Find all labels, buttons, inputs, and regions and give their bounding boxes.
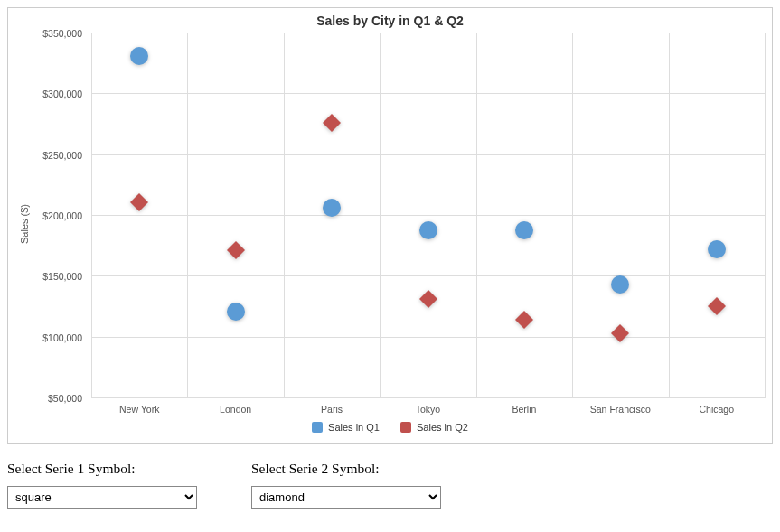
data-point-q2 bbox=[323, 114, 341, 135]
gridline-h bbox=[91, 275, 765, 276]
svg-point-3 bbox=[419, 221, 437, 239]
chart-title: Sales by City in Q1 & Q2 bbox=[8, 8, 772, 30]
data-point-q1 bbox=[323, 199, 341, 220]
svg-marker-7 bbox=[130, 193, 148, 211]
gridline-v bbox=[669, 33, 670, 398]
x-tick-label: Paris bbox=[321, 404, 343, 415]
gridline-v bbox=[572, 33, 573, 398]
legend-label-q2: Sales in Q2 bbox=[417, 422, 468, 433]
data-point-q2 bbox=[708, 297, 726, 319]
svg-marker-12 bbox=[611, 324, 629, 342]
gridline-v bbox=[91, 33, 92, 398]
gridline-h bbox=[91, 397, 765, 398]
y-tick-label: $350,000 bbox=[42, 28, 82, 39]
svg-point-0 bbox=[130, 47, 148, 65]
svg-marker-13 bbox=[708, 297, 726, 315]
serie1-control: Select Serie 1 Symbol: square bbox=[7, 461, 197, 509]
data-point-q2 bbox=[130, 193, 148, 215]
x-tick-label: London bbox=[220, 404, 251, 415]
y-axis-ticks: $50,000$100,000$150,000$200,000$250,000$… bbox=[8, 30, 88, 418]
gridline-h bbox=[91, 337, 765, 338]
svg-point-6 bbox=[708, 240, 726, 258]
y-tick-label: $200,000 bbox=[42, 210, 82, 221]
y-tick-label: $250,000 bbox=[42, 150, 82, 161]
data-point-q2 bbox=[419, 290, 437, 312]
data-point-q1 bbox=[419, 221, 437, 243]
svg-marker-8 bbox=[227, 241, 245, 259]
serie2-control: Select Serie 2 Symbol: diamond bbox=[251, 461, 441, 509]
serie2-symbol-select[interactable]: diamond bbox=[251, 486, 441, 509]
serie1-symbol-select[interactable]: square bbox=[7, 486, 197, 509]
x-axis-ticks: New YorkLondonParisTokyoBerlinSan Franci… bbox=[91, 400, 765, 418]
x-tick-label: Chicago bbox=[700, 404, 735, 415]
gridline-v bbox=[380, 33, 381, 398]
plot-outer: Sales ($) $50,000$100,000$150,000$200,00… bbox=[8, 30, 772, 418]
data-point-q1 bbox=[515, 221, 533, 243]
gridline-v bbox=[284, 33, 285, 398]
gridline-h bbox=[91, 215, 765, 216]
y-tick-label: $150,000 bbox=[42, 271, 82, 282]
svg-marker-9 bbox=[323, 114, 341, 132]
data-point-q1 bbox=[130, 47, 148, 69]
svg-point-1 bbox=[227, 303, 245, 321]
y-tick-label: $50,000 bbox=[48, 393, 82, 404]
gridline-v bbox=[187, 33, 188, 398]
svg-point-4 bbox=[515, 221, 533, 239]
y-tick-label: $100,000 bbox=[42, 332, 82, 343]
plot-area bbox=[91, 33, 765, 398]
gridline-v bbox=[476, 33, 477, 398]
legend-item: Sales in Q2 bbox=[400, 422, 468, 433]
gridline-h bbox=[91, 93, 765, 94]
data-point-q1 bbox=[611, 275, 629, 297]
x-tick-label: San Francisco bbox=[590, 404, 651, 415]
data-point-q2 bbox=[611, 324, 629, 346]
legend-label-q1: Sales in Q1 bbox=[328, 422, 380, 433]
serie1-symbol-label: Select Serie 1 Symbol: bbox=[7, 461, 197, 477]
serie2-symbol-label: Select Serie 2 Symbol: bbox=[251, 461, 441, 477]
svg-point-5 bbox=[611, 275, 629, 294]
data-point-q2 bbox=[515, 311, 533, 332]
gridline-h bbox=[91, 154, 765, 155]
data-point-q1 bbox=[708, 240, 726, 262]
x-tick-label: New York bbox=[119, 404, 159, 415]
symbol-controls: Select Serie 1 Symbol: square Select Ser… bbox=[7, 461, 773, 509]
legend: Sales in Q1 Sales in Q2 bbox=[8, 418, 772, 443]
y-tick-label: $300,000 bbox=[42, 89, 82, 99]
chart-container: Sales by City in Q1 & Q2 Sales ($) $50,0… bbox=[7, 7, 773, 444]
legend-swatch-q2 bbox=[400, 422, 411, 433]
x-tick-label: Tokyo bbox=[416, 404, 440, 415]
svg-marker-10 bbox=[419, 290, 437, 308]
data-point-q1 bbox=[227, 303, 245, 324]
svg-point-2 bbox=[323, 199, 341, 217]
legend-item: Sales in Q1 bbox=[312, 422, 380, 433]
legend-swatch-q1 bbox=[312, 422, 323, 433]
gridline-v bbox=[765, 33, 766, 398]
x-tick-label: Berlin bbox=[512, 404, 536, 415]
data-point-q2 bbox=[227, 241, 245, 263]
svg-marker-11 bbox=[515, 311, 533, 329]
gridline-h bbox=[91, 33, 765, 33]
